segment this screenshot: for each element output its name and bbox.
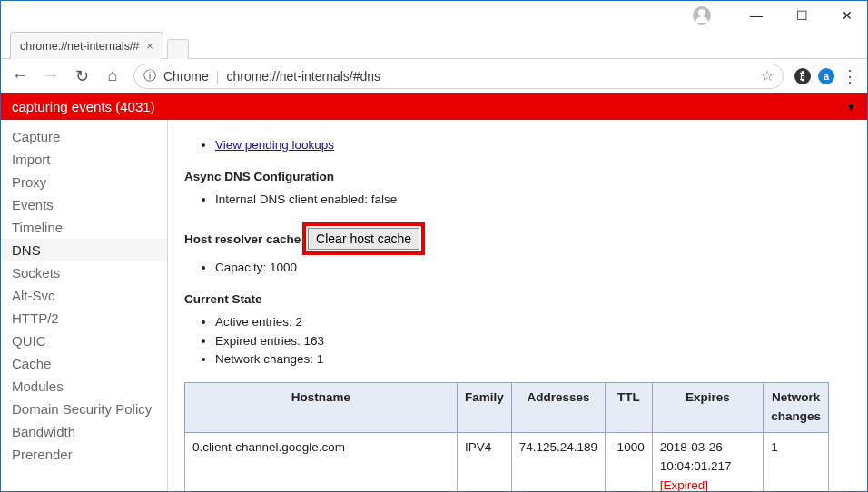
capturing-events-text: capturing events (4031) — [12, 99, 155, 114]
back-icon[interactable]: ← — [10, 66, 30, 85]
sidebar-item-modules[interactable]: Modules — [1, 375, 167, 398]
view-pending-lookups-link[interactable]: View pending lookups — [215, 138, 334, 152]
sidebar-item-http-2[interactable]: HTTP/2 — [1, 307, 167, 330]
sidebar-item-quic[interactable]: QUIC — [1, 330, 167, 352]
async-dns-item: Internal DNS client enabled: false — [215, 191, 849, 210]
clear-host-cache-highlight: Clear host cache — [302, 222, 425, 255]
reload-icon[interactable]: ↻ — [72, 66, 92, 86]
col-family: Family — [458, 383, 512, 433]
home-icon[interactable]: ⌂ — [103, 66, 123, 85]
omnibox-url: chrome://net-internals/#dns — [226, 69, 754, 84]
tab-close-icon[interactable]: × — [146, 39, 153, 53]
sidebar-item-prerender[interactable]: Prerender — [1, 443, 167, 466]
current-state-heading: Current State — [184, 290, 849, 310]
sidebar-item-dns[interactable]: DNS — [1, 239, 167, 261]
bookmark-star-icon[interactable]: ☆ — [761, 67, 774, 84]
table-row: 0.client-channel.google.comIPV474.125.24… — [185, 433, 829, 491]
sidebar-item-alt-svc[interactable]: Alt-Svc — [1, 284, 167, 307]
tab-title: chrome://net-internals/# — [20, 40, 139, 53]
col-expires: Expires — [652, 383, 764, 433]
expired-entries-item: Expired entries: 163 — [215, 332, 849, 351]
col-hostname: Hostname — [185, 383, 458, 433]
capturing-events-bar[interactable]: capturing events (4031) ▼ — [1, 93, 867, 120]
dns-table: Hostname Family Addresses TTL Expires Ne… — [184, 382, 829, 491]
window-minimize-button[interactable]: — — [740, 3, 773, 28]
forward-icon: → — [41, 66, 61, 85]
extension-btc-icon[interactable]: ₿ — [794, 68, 811, 84]
omnibox-scheme: Chrome — [163, 69, 209, 84]
capacity-item: Capacity: 1000 — [215, 259, 849, 278]
sidebar-item-bandwidth[interactable]: Bandwidth — [1, 420, 167, 443]
col-network-changes: Network changes — [764, 383, 829, 433]
col-ttl: TTL — [606, 383, 653, 433]
sidebar-item-timeline[interactable]: Timeline — [1, 216, 167, 239]
dropdown-arrow-icon[interactable]: ▼ — [846, 102, 856, 113]
new-tab-button[interactable] — [167, 39, 189, 59]
async-dns-heading: Async DNS Configuration — [184, 168, 849, 187]
sidebar-item-cache[interactable]: Cache — [1, 352, 167, 375]
sidebar-item-proxy[interactable]: Proxy — [1, 171, 167, 193]
extension-a-icon[interactable]: a — [818, 68, 834, 84]
browser-tab[interactable]: chrome://net-internals/# × — [10, 32, 163, 59]
sidebar-item-domain-security-policy[interactable]: Domain Security Policy — [1, 398, 167, 420]
sidebar-item-sockets[interactable]: Sockets — [1, 261, 167, 284]
sidebar-item-capture[interactable]: Capture — [1, 125, 167, 148]
host-resolver-cache-label: Host resolver cache — [184, 232, 301, 246]
clear-host-cache-button[interactable]: Clear host cache — [308, 228, 419, 250]
network-changes-item: Network changes: 1 — [215, 350, 849, 369]
sidebar-item-events[interactable]: Events — [1, 193, 167, 216]
menu-dots-icon[interactable]: ⋮ — [842, 66, 858, 86]
active-entries-item: Active entries: 2 — [215, 313, 849, 332]
sidebar-item-import[interactable]: Import — [1, 148, 167, 171]
col-addresses: Addresses — [511, 383, 605, 433]
window-maximize-button[interactable]: ☐ — [785, 3, 818, 28]
window-close-button[interactable]: ✕ — [831, 3, 863, 28]
avatar-icon[interactable] — [693, 6, 711, 25]
chrome-icon: ⓘ — [143, 68, 156, 84]
omnibox[interactable]: ⓘ Chrome | chrome://net-internals/#dns ☆ — [133, 64, 784, 89]
